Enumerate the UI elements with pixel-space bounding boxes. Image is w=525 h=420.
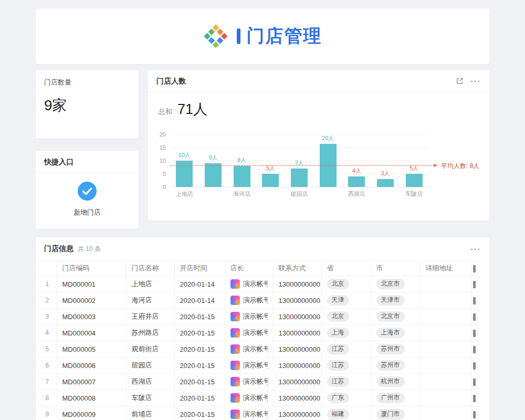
- cell-store-name: 车陂店: [126, 390, 174, 406]
- cell-row-index: 8: [38, 390, 57, 406]
- check-circle-icon: [77, 181, 97, 203]
- bar-slot: 9人: [199, 134, 228, 187]
- bar: [176, 161, 193, 187]
- manager-name: 演示帐号: [243, 361, 268, 370]
- cell-province: 天津: [321, 292, 371, 309]
- quick-entry-title: 快捷入口: [44, 158, 74, 167]
- cell-phone: 13000000000: [273, 390, 321, 406]
- headcount-title: 门店人数: [156, 77, 186, 86]
- bar: [348, 176, 365, 187]
- table-row[interactable]: 8MD000008车陂店2020-01-15演示帐号13000000000广东广…: [38, 390, 478, 406]
- cell-province: 上海: [321, 325, 371, 341]
- table-row[interactable]: 4MD000004苏州路店2020-01-15演示帐号13000000000上海…: [38, 325, 478, 341]
- bar-value-label: 4人: [352, 167, 361, 175]
- city-tag: 北京市: [376, 311, 405, 322]
- table-row[interactable]: 1MD000001上地店2020-01-14演示帐号13000000000北京北…: [38, 276, 478, 292]
- bar: [291, 169, 308, 187]
- bar-slot: 3人: [371, 134, 400, 187]
- cell-open-date: 2020-01-15: [174, 325, 225, 341]
- table-row[interactable]: 9MD000009前埔店2020-01-15演示帐号13000000000福建厦…: [38, 406, 478, 420]
- manager: 演示帐号: [230, 279, 268, 289]
- page-title: 门店管理: [247, 24, 322, 48]
- cell-open-date: 2020-01-15: [174, 390, 225, 406]
- bar-slot: 8人海河店: [227, 134, 256, 187]
- manager: 演示帐号: [230, 312, 268, 321]
- manager: 演示帐号: [230, 328, 268, 338]
- store-table: 门店编码门店名称开店时间店长联系方式省市详细地址 1MD000001上地店202…: [38, 260, 478, 420]
- cell-store-name: 前埔店: [126, 406, 174, 420]
- chart-plot: 10人上地店9人8人海河店5人7人留园店20人4人西湖店3人5人车陂店 平均人数…: [170, 134, 428, 187]
- clipped-content: [473, 362, 476, 370]
- cell-open-date: 2020-01-15: [174, 406, 225, 420]
- clipped-column-sliver: [471, 292, 478, 309]
- bar-value-label: 9人: [208, 154, 217, 162]
- cell-store-code: MD000007: [57, 374, 126, 390]
- table-more-options-icon[interactable]: ···: [471, 245, 481, 253]
- manager-name: 演示帐号: [243, 410, 268, 419]
- more-options-icon[interactable]: ···: [471, 77, 481, 85]
- bar-value-label: 10人: [178, 151, 191, 159]
- record-count: 共 10 条: [78, 245, 101, 254]
- cell-manager: 演示帐号: [225, 341, 273, 358]
- store-count-card: 门店数量 9家: [36, 70, 139, 139]
- bar-slot: 10人上地店: [170, 134, 199, 187]
- cell-city: 苏州市: [371, 358, 420, 374]
- cell-city: 厦门市: [371, 406, 420, 420]
- y-axis-tick-label: 15: [160, 144, 166, 151]
- cell-phone: 13000000000: [273, 292, 321, 309]
- province-tag: 江苏: [327, 360, 349, 371]
- page: 门店管理 门店数量 9家 快捷入口 新: [36, 0, 489, 420]
- bar-slot: 20人: [313, 134, 342, 187]
- cell-store-code: MD000006: [57, 358, 126, 374]
- headcount-header: 门店人数 ···: [148, 70, 489, 92]
- cell-phone: 13000000000: [273, 406, 321, 420]
- province-tag: 广东: [327, 393, 349, 403]
- city-tag: 厦门市: [376, 409, 405, 419]
- cell-manager: 演示帐号: [225, 358, 273, 374]
- average-line-arrow-icon: [434, 164, 437, 167]
- cell-province: 江苏: [321, 374, 371, 390]
- manager: 演示帐号: [230, 410, 268, 419]
- headcount-bar-chart: 05101520 10人上地店9人8人海河店5人7人留园店20人4人西湖店3人5…: [156, 134, 481, 204]
- clipped-content: [473, 281, 476, 288]
- cell-phone: 13000000000: [273, 358, 321, 374]
- province-tag: 福建: [327, 409, 349, 419]
- column-header-index: [38, 261, 57, 276]
- manager: 演示帐号: [230, 296, 268, 305]
- cell-open-date: 2020-01-14: [174, 292, 225, 309]
- cell-row-index: 2: [38, 292, 57, 309]
- clipped-content: [473, 330, 476, 337]
- cell-city: 上海市: [371, 325, 420, 341]
- table-row[interactable]: 7MD000007西湖店2020-01-15演示帐号13000000000江苏杭…: [38, 374, 478, 390]
- clipped-content: [473, 379, 476, 386]
- table-row[interactable]: 2MD000002海河店2020-01-14演示帐号13000000000天津天…: [38, 292, 478, 309]
- clipped-content: [473, 265, 476, 272]
- manager-name: 演示帐号: [243, 296, 268, 305]
- bar-slot: 5人: [256, 134, 285, 187]
- cell-address: [420, 358, 471, 374]
- city-tag: 天津市: [376, 295, 405, 306]
- manager-name: 演示帐号: [243, 312, 268, 321]
- table-row[interactable]: 3MD000003王府井店2020-01-15演示帐号13000000000北京…: [38, 309, 478, 325]
- cell-row-index: 7: [38, 374, 57, 390]
- table-row[interactable]: 5MD000005观前街店2020-01-15演示帐号13000000000江苏…: [38, 341, 478, 358]
- cell-province: 北京: [321, 309, 371, 325]
- bar: [234, 166, 250, 187]
- manager-avatar-icon: [230, 344, 240, 354]
- cell-address: [420, 406, 471, 420]
- province-tag: 上海: [327, 328, 349, 338]
- expand-icon[interactable]: [456, 77, 464, 85]
- cell-open-date: 2020-01-15: [174, 341, 225, 358]
- city-tag: 杭州市: [376, 376, 405, 387]
- y-axis-tick-label: 20: [160, 131, 166, 138]
- province-tag: 北京: [327, 279, 349, 289]
- cell-row-index: 9: [38, 406, 57, 420]
- cell-store-code: MD000008: [57, 390, 126, 406]
- clipped-column-sliver: [471, 358, 478, 374]
- x-axis-label: 海河店: [233, 190, 250, 198]
- average-line-label: 平均人数: 8人: [441, 162, 479, 171]
- cell-province: 江苏: [321, 358, 371, 374]
- table-row[interactable]: 6MD000006留园店2020-01-15演示帐号13000000000江苏苏…: [38, 358, 478, 374]
- cell-store-code: MD000003: [57, 309, 126, 325]
- add-store-action[interactable]: 新增门店: [36, 173, 139, 217]
